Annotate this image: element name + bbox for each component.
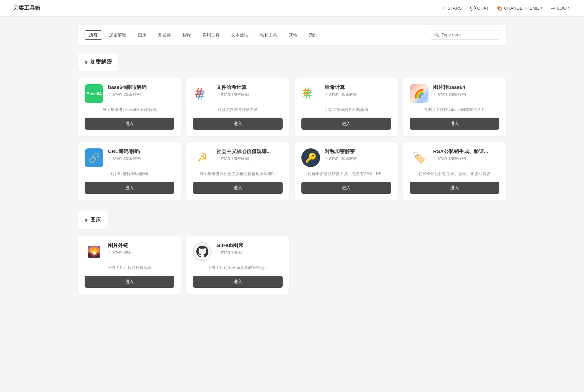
filter-tab-other[interactable]: 其他	[284, 30, 302, 40]
section-imagehost: # 图床 🌄 图片外链 ♡ STAR [图床] 上传图片并获取外链地	[78, 211, 506, 294]
card-img-base64-tag: [加密解密]	[449, 92, 466, 97]
card-file-hash-meta: ♡ STAR [加密解密]	[216, 92, 283, 97]
card-base64-icon: Base64	[85, 84, 103, 103]
card-symmetric: 🔑 对称加密解密 ♡ STAR [加密解密] 对称加密算法转换工具，包含有AES…	[295, 142, 398, 201]
card-symmetric-icon: 🔑	[301, 148, 320, 167]
card-rsa-info: RSA公私钥生成、验证... ♡ STAR [加密解密]	[433, 148, 499, 161]
card-url-encode-enter[interactable]: 进入	[85, 182, 174, 194]
filter-tab-practical[interactable]: 实用工具	[198, 30, 224, 40]
card-socialist-icon: ☭	[193, 148, 212, 167]
card-img-link-enter[interactable]: 进入	[85, 276, 174, 288]
card-url-encode-title: URL编码/解码	[108, 148, 174, 155]
section-encrypt-label: 加密解密	[90, 58, 112, 66]
card-url-encode-desc: 对URL进行编码/解码	[85, 171, 174, 177]
card-img-link-desc: 上传图片并获取外链地址	[85, 265, 174, 271]
card-img-link-icon: 🌄	[85, 242, 103, 261]
card-socialist-desc: 对字符串进行社会主义核心价值观编码/解...	[193, 171, 283, 177]
card-symmetric-enter[interactable]: 进入	[301, 182, 391, 194]
card-github-imghost-star[interactable]: ♡ STAR	[216, 250, 230, 255]
filter-tab-all[interactable]: 所有	[85, 30, 102, 40]
card-socialist-meta: ♡ STAR [加密解密]	[216, 156, 283, 161]
card-img-base64-info: 图片转base64 ♡ STAR [加密解密]	[433, 84, 499, 97]
card-hash-star[interactable]: ♡ STAR	[325, 92, 339, 97]
nav-stars[interactable]: ♡ STARS	[442, 6, 462, 11]
card-img-link: 🌄 图片外链 ♡ STAR [图床] 上传图片并获取外链地址 进入	[78, 236, 181, 294]
filter-tab-encrypt[interactable]: 加密解密	[105, 30, 131, 40]
filter-tab-misc[interactable]: 杂乱	[304, 30, 322, 40]
header-nav: ♡ STARS 💬 CHAT 🎨 CHANGE THEME ▾ ⮕ LOGIN	[442, 6, 571, 11]
card-rsa-enter[interactable]: 进入	[410, 182, 499, 194]
card-hash-header: # # 哈希计算 ♡ STAR [加密解密]	[301, 84, 391, 103]
hash-icon-2: #	[85, 217, 88, 223]
chat-icon: 💬	[470, 6, 476, 11]
card-url-encode-star[interactable]: ♡ STAR	[108, 156, 122, 161]
card-base64-star[interactable]: ♡ STAR	[108, 92, 122, 97]
card-img-base64-icon: 🌈	[410, 84, 428, 103]
card-symmetric-star[interactable]: ♡ STAR	[325, 156, 339, 161]
login-icon: ⮕	[551, 6, 556, 11]
card-url-encode-header: 🔗 URL编码/解码 ♡ STAR [加密解密]	[85, 148, 174, 167]
card-github-imghost-icon	[193, 242, 212, 261]
card-symmetric-meta: ♡ STAR [加密解密]	[325, 156, 391, 161]
card-file-hash: # # 文件哈希计算 ♡ STAR [加密解密] 计算文件的各种哈希值 进入	[186, 78, 289, 136]
card-file-hash-enter[interactable]: 进入	[193, 118, 283, 130]
nav-login[interactable]: ⮕ LOGIN	[551, 6, 571, 11]
card-hash-desc: 计算字符串的各种哈希值	[301, 107, 391, 113]
card-github-imghost-enter[interactable]: 进入	[193, 276, 283, 288]
card-socialist-enter[interactable]: 进入	[193, 182, 283, 194]
filter-tab-translate[interactable]: 翻译	[178, 30, 195, 40]
card-file-hash-star[interactable]: ♡ STAR	[216, 92, 230, 97]
card-file-hash-info: 文件哈希计算 ♡ STAR [加密解密]	[216, 84, 283, 97]
card-base64-meta: ♡ STAR [加密解密]	[108, 92, 174, 97]
card-img-link-header: 🌄 图片外链 ♡ STAR [图床]	[85, 242, 174, 261]
nav-chat-label: CHAT	[477, 6, 489, 11]
card-file-hash-desc: 计算文件的各种哈希值	[193, 107, 283, 113]
filter-tab-imagehost[interactable]: 图床	[133, 30, 151, 40]
card-url-encode-meta: ♡ STAR [加密解密]	[108, 156, 174, 161]
card-rsa-icon: 🏷️	[410, 148, 428, 167]
card-github-imghost-meta: ♡ STAR [图床]	[216, 250, 283, 255]
card-base64-info: base64编码/解码 ♡ STAR [加密解密]	[108, 84, 174, 97]
card-github-imghost-desc: 上传图片到GitHub并获取外链地址	[193, 265, 283, 271]
card-github-imghost-header: GitHub图床 ♡ STAR [图床]	[193, 242, 283, 261]
search-input[interactable]	[442, 32, 495, 37]
card-github-imghost-title: GitHub图床	[216, 242, 283, 249]
nav-change-theme[interactable]: 🎨 CHANGE THEME ▾	[497, 6, 543, 11]
card-base64-tag: [加密解密]	[124, 92, 141, 97]
card-hash-info: 哈希计算 ♡ STAR [加密解密]	[325, 84, 391, 97]
filter-tab-text[interactable]: 文本处理	[227, 30, 253, 40]
section-imagehost-header: # 图床	[78, 211, 108, 229]
search-icon: 🔍	[434, 32, 440, 37]
card-hash-enter[interactable]: 进入	[301, 118, 391, 130]
card-socialist-header: ☭ 社会主义核心价值观编... ♡ STAR [加密解密]	[193, 148, 283, 167]
nav-stars-label: STARS	[448, 6, 462, 11]
card-base64-enter[interactable]: 进入	[85, 118, 174, 130]
card-img-base64-enter[interactable]: 进入	[410, 118, 499, 130]
card-file-hash-icon: # #	[193, 84, 212, 103]
search-box: 🔍	[430, 30, 499, 40]
card-github-imghost-tag: [图床]	[232, 250, 242, 255]
encrypt-cards-grid: Base64 base64编码/解码 ♡ STAR [加密解密] 对字符串进行b…	[78, 78, 506, 201]
heart-icon: ♡	[442, 6, 446, 11]
section-encrypt-header: # 加密解密	[78, 53, 118, 71]
card-img-base64-meta: ♡ STAR [加密解密]	[433, 92, 499, 97]
card-img-base64-star[interactable]: ♡ STAR	[433, 92, 447, 97]
card-img-link-title: 图片外链	[108, 242, 174, 249]
card-hash-meta: ♡ STAR [加密解密]	[325, 92, 391, 97]
card-rsa-meta: ♡ STAR [加密解密]	[433, 156, 499, 161]
filter-tab-dev[interactable]: 开发类	[154, 30, 175, 40]
card-img-link-info: 图片外链 ♡ STAR [图床]	[108, 242, 174, 255]
card-symmetric-header: 🔑 对称加密解密 ♡ STAR [加密解密]	[301, 148, 391, 167]
card-symmetric-info: 对称加密解密 ♡ STAR [加密解密]	[325, 148, 391, 161]
filter-tab-webmaster[interactable]: 站长工具	[256, 30, 282, 40]
chevron-down-icon: ▾	[541, 6, 543, 10]
card-socialist-info: 社会主义核心价值观编... ♡ STAR [加密解密]	[216, 148, 283, 161]
card-base64: Base64 base64编码/解码 ♡ STAR [加密解密] 对字符串进行b…	[78, 78, 181, 136]
card-img-link-star[interactable]: ♡ STAR	[108, 250, 122, 255]
nav-chat[interactable]: 💬 CHAT	[470, 6, 489, 11]
site-title: 刀客工具箱	[13, 5, 40, 12]
card-url-encode: 🔗 URL编码/解码 ♡ STAR [加密解密] 对URL进行编码/解码 进入	[78, 142, 181, 201]
card-rsa-header: 🏷️ RSA公私钥生成、验证... ♡ STAR [加密解密]	[410, 148, 499, 167]
card-socialist-star[interactable]: ♡ STAR	[216, 156, 230, 161]
card-rsa-star[interactable]: ♡ STAR	[433, 156, 447, 161]
